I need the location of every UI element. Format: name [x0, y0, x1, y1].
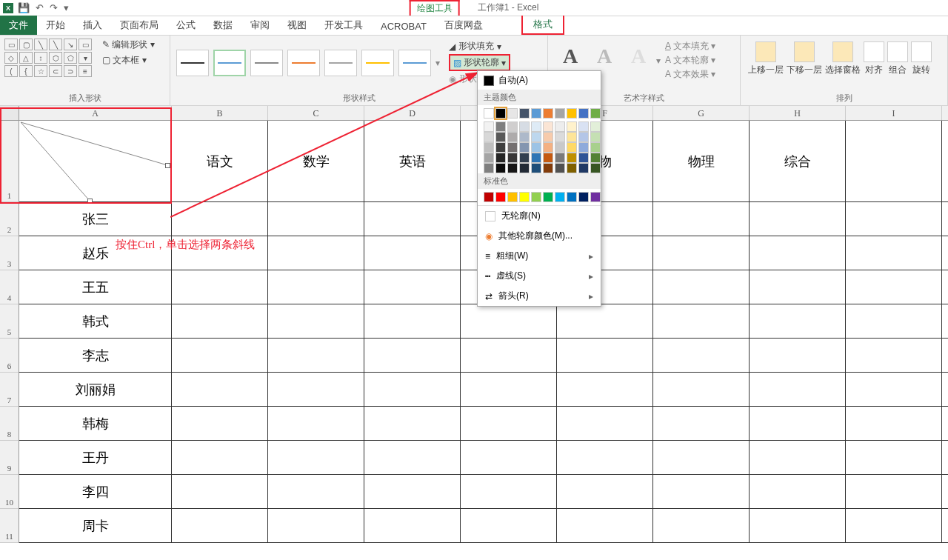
tab-ACROBAT[interactable]: ACROBAT	[372, 18, 435, 35]
cell[interactable]	[846, 236, 942, 270]
cell[interactable]	[750, 339, 846, 372]
col-header-A[interactable]: A	[19, 106, 172, 120]
color-swatch[interactable]	[531, 192, 541, 202]
color-swatch[interactable]	[590, 121, 601, 132]
cell[interactable]	[557, 373, 653, 406]
color-swatch[interactable]	[519, 142, 530, 153]
color-swatch[interactable]	[590, 192, 601, 202]
color-swatch[interactable]	[531, 132, 541, 142]
color-swatch[interactable]	[484, 132, 494, 142]
cell[interactable]	[557, 407, 653, 440]
color-swatch[interactable]	[507, 132, 518, 142]
cell[interactable]: 英语	[364, 121, 461, 201]
cell[interactable]	[268, 304, 364, 338]
send-backward-btn[interactable]: 下移一层	[787, 41, 822, 76]
col-header-I[interactable]: I	[846, 106, 942, 120]
tab-file[interactable]: 文件	[0, 16, 37, 35]
cell[interactable]	[268, 339, 364, 372]
cell[interactable]: 综合	[750, 121, 846, 201]
cell[interactable]	[846, 270, 942, 304]
color-swatch[interactable]	[578, 132, 589, 142]
group-btn[interactable]: 组合	[887, 41, 908, 76]
qat-save[interactable]: 💾	[18, 2, 30, 13]
select-all-corner[interactable]	[0, 106, 19, 120]
cell[interactable]	[268, 270, 364, 304]
tab-审阅[interactable]: 审阅	[241, 16, 278, 35]
cell[interactable]	[653, 475, 750, 508]
color-swatch[interactable]	[578, 121, 589, 132]
cell[interactable]	[846, 304, 942, 338]
row-header-2[interactable]: 2	[0, 202, 19, 236]
tab-百度网盘[interactable]: 百度网盘	[435, 16, 492, 35]
color-swatch[interactable]	[495, 142, 506, 153]
color-swatch[interactable]	[484, 108, 494, 119]
cell[interactable]	[364, 236, 461, 270]
cell[interactable]	[268, 407, 364, 440]
col-header-G[interactable]: G	[653, 106, 750, 120]
cell[interactable]	[557, 475, 653, 508]
cell[interactable]	[750, 407, 846, 440]
cell[interactable]	[268, 441, 364, 474]
cell[interactable]	[461, 475, 557, 508]
row-header-9[interactable]: 9	[0, 441, 19, 475]
color-swatch[interactable]	[484, 163, 494, 173]
cell[interactable]: 李志	[19, 339, 172, 372]
cell[interactable]	[750, 509, 846, 542]
color-swatch[interactable]	[578, 192, 589, 202]
cell[interactable]	[364, 270, 461, 304]
tab-页面布局[interactable]: 页面布局	[111, 16, 167, 35]
color-swatch[interactable]	[555, 142, 565, 153]
color-swatch[interactable]	[507, 163, 518, 173]
color-swatch[interactable]	[555, 108, 565, 119]
cell[interactable]	[557, 304, 653, 338]
cell[interactable]	[461, 509, 557, 542]
row-header-6[interactable]: 6	[0, 339, 19, 373]
col-header-H[interactable]: H	[750, 106, 846, 120]
tab-插入[interactable]: 插入	[74, 16, 111, 35]
row-header-11[interactable]: 11	[0, 509, 19, 543]
color-swatch[interactable]	[590, 163, 601, 173]
cell[interactable]: 数学	[268, 121, 364, 201]
color-swatch[interactable]	[567, 121, 577, 132]
cell[interactable]	[750, 441, 846, 474]
text-fill-btn[interactable]: A 文本填充 ▾	[665, 40, 715, 53]
tab-数据[interactable]: 数据	[204, 16, 241, 35]
cell[interactable]	[653, 373, 750, 406]
cell[interactable]	[364, 373, 461, 406]
cell[interactable]: 周卡	[19, 509, 172, 542]
cell[interactable]	[364, 509, 461, 542]
cell[interactable]	[750, 270, 846, 304]
color-swatch[interactable]	[507, 153, 518, 163]
cell[interactable]	[172, 202, 268, 236]
cell[interactable]	[172, 441, 268, 474]
spreadsheet[interactable]: ABCDEFGHI 1234567891011 按住Ctrl，单击选择两条斜线 …	[0, 106, 948, 543]
color-swatch[interactable]	[484, 121, 494, 132]
cell[interactable]	[268, 236, 364, 270]
color-swatch[interactable]	[567, 142, 577, 153]
cell[interactable]	[268, 373, 364, 406]
color-swatch[interactable]	[531, 142, 541, 153]
color-swatch[interactable]	[484, 153, 494, 163]
cell[interactable]	[846, 509, 942, 542]
cell[interactable]	[557, 509, 653, 542]
color-swatch[interactable]	[578, 108, 589, 119]
qat-undo[interactable]: ↶	[36, 2, 44, 13]
tab-视图[interactable]: 视图	[278, 16, 316, 35]
color-swatch[interactable]	[567, 192, 577, 202]
color-swatch[interactable]	[519, 192, 530, 202]
color-swatch[interactable]	[543, 108, 553, 119]
cell[interactable]	[653, 407, 750, 440]
row-header-8[interactable]: 8	[0, 407, 19, 441]
color-swatch[interactable]	[543, 121, 553, 132]
color-swatch[interactable]	[590, 108, 601, 119]
color-swatch[interactable]	[495, 153, 506, 163]
cell[interactable]	[364, 202, 461, 236]
cell[interactable]	[846, 373, 942, 406]
cell[interactable]	[172, 339, 268, 372]
dashes-item[interactable]: ┅虚线(S)▸	[478, 266, 601, 286]
color-swatch[interactable]	[543, 132, 553, 142]
cell[interactable]	[461, 441, 557, 474]
shape-gallery[interactable]: ▭▢╲╲↘▭ ◇△↕⬡⬠▾ ({☆⊂⊃≡	[4, 39, 92, 77]
cell[interactable]	[172, 304, 268, 338]
color-swatch[interactable]	[531, 121, 541, 132]
